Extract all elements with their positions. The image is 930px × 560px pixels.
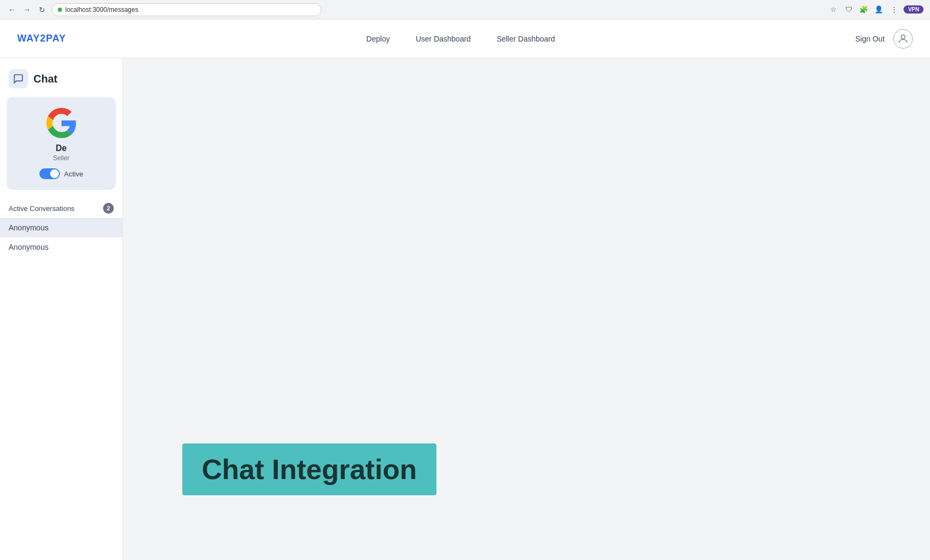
conversation-item[interactable]: Anonymous xyxy=(0,218,122,237)
shield-icon[interactable]: 🛡 xyxy=(843,4,854,15)
user-role: Seller xyxy=(53,154,70,162)
main-content: Chat De Seller Active xyxy=(0,58,930,560)
bookmark-icon[interactable]: ☆ xyxy=(828,4,839,15)
browser-right-icons: ☆ 🛡 🧩 👤 ⋮ VPN xyxy=(828,4,924,15)
logo-text: WAY2PAY xyxy=(17,33,66,44)
sidebar-chat-header: Chat xyxy=(0,58,122,97)
nav-deploy[interactable]: Deploy xyxy=(366,35,390,43)
avatar[interactable] xyxy=(893,29,913,49)
chat-integration-text: Chat Integration xyxy=(202,454,417,485)
active-conversations-header: Active Conversations 2 xyxy=(0,199,122,218)
settings-icon[interactable]: ⋮ xyxy=(888,4,899,15)
profile-icon[interactable]: 👤 xyxy=(873,4,884,15)
forward-button[interactable]: → xyxy=(22,4,32,15)
conversation-item[interactable]: Anonymous xyxy=(0,237,122,257)
conversation-item-label: Anonymous xyxy=(9,223,49,232)
secure-icon xyxy=(58,8,62,12)
active-conversations-label: Active Conversations xyxy=(9,204,74,213)
nav-user-dashboard[interactable]: User Dashboard xyxy=(416,35,471,43)
sidebar-chat-title: Chat xyxy=(33,73,57,85)
status-toggle[interactable] xyxy=(39,168,60,179)
svg-point-0 xyxy=(901,35,905,38)
user-card: De Seller Active xyxy=(6,97,116,190)
top-nav: WAY2PAY Deploy User Dashboard Seller Das… xyxy=(0,19,930,58)
address-bar[interactable]: localhost:3000/messages xyxy=(52,3,322,16)
nav-right: Sign Out xyxy=(856,29,913,49)
toggle-row: Active xyxy=(39,168,83,179)
chat-icon xyxy=(9,69,28,88)
sign-out-button[interactable]: Sign Out xyxy=(856,35,885,43)
nav-links: Deploy User Dashboard Seller Dashboard xyxy=(366,35,555,43)
main-area: Chat Integration xyxy=(123,58,930,560)
chat-integration-area: Chat Integration xyxy=(182,443,436,495)
sidebar: Chat De Seller Active xyxy=(0,58,123,560)
browser-chrome: ← → ↻ localhost:3000/messages ☆ 🛡 🧩 👤 ⋮ … xyxy=(0,0,930,19)
reload-button[interactable]: ↻ xyxy=(37,4,47,15)
conversation-count-badge: 2 xyxy=(103,203,114,214)
conversation-list: Anonymous Anonymous xyxy=(0,218,122,257)
user-name: De xyxy=(56,144,66,153)
logo: WAY2PAY xyxy=(17,33,66,44)
back-button[interactable]: ← xyxy=(6,4,17,15)
status-label: Active xyxy=(64,170,83,178)
nav-seller-dashboard[interactable]: Seller Dashboard xyxy=(497,35,555,43)
vpn-badge: VPN xyxy=(904,5,924,13)
extensions-icon[interactable]: 🧩 xyxy=(858,4,869,15)
conversation-item-label: Anonymous xyxy=(9,243,49,251)
google-logo xyxy=(46,108,77,138)
app-container: WAY2PAY Deploy User Dashboard Seller Das… xyxy=(0,19,930,560)
chat-integration-banner: Chat Integration xyxy=(182,443,436,495)
url-text: localhost:3000/messages xyxy=(65,6,138,13)
